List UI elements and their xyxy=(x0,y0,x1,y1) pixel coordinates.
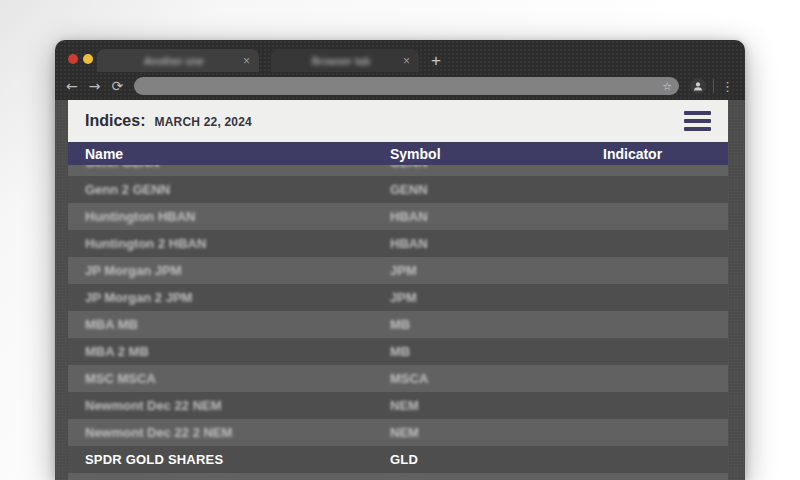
row-name: Newmont Dec 22 NEM xyxy=(85,398,390,413)
table-row[interactable]: MBA MB MB xyxy=(68,311,728,338)
minimize-window-button[interactable] xyxy=(83,54,93,64)
tab-label: Browser tab xyxy=(285,55,397,67)
column-header-indicator: Indicator xyxy=(603,146,728,162)
table-row[interactable]: MBA 2 MB MB xyxy=(68,338,728,365)
column-header-symbol: Symbol xyxy=(390,146,603,162)
row-symbol: GENN xyxy=(390,165,603,170)
table-row[interactable]: Newmont Dec 22 2 NEM NEM xyxy=(68,419,728,446)
hamburger-menu-icon[interactable] xyxy=(684,111,711,131)
table-row[interactable]: Newmont Dec 22 2 NEM NEM xyxy=(68,473,728,480)
indicator-cell xyxy=(603,182,728,197)
back-icon[interactable]: ← xyxy=(66,79,78,93)
forward-icon[interactable]: → xyxy=(89,79,101,93)
row-name: Huntington HBAN xyxy=(85,209,390,224)
tab-browser-tab[interactable]: Browser tab × xyxy=(271,49,419,72)
indicator-cell xyxy=(603,344,728,359)
table-row[interactable]: Huntington HBAN HBAN xyxy=(68,203,728,230)
browser-window: Another one × Browser tab × + ← → ⟳ ☆ ⋮ … xyxy=(55,40,745,480)
refresh-icon[interactable]: ⟳ xyxy=(111,79,123,93)
row-name: JP Morgan JPM xyxy=(85,263,390,278)
table-row[interactable]: SPDR GOLD SHARES GLD xyxy=(68,446,728,473)
row-symbol: JPM xyxy=(390,290,603,305)
indicator-cell xyxy=(603,165,728,170)
table-header-row: Name Symbol Indicator xyxy=(68,142,728,165)
url-bar[interactable]: ☆ xyxy=(134,77,679,95)
tab-another-one[interactable]: Another one × xyxy=(97,49,259,72)
table-row[interactable]: Newmont Dec 22 NEM NEM xyxy=(68,392,728,419)
tab-close-icon[interactable]: × xyxy=(243,55,250,67)
profile-avatar-icon[interactable] xyxy=(690,78,706,94)
row-symbol: NEM xyxy=(390,425,603,440)
table-body: Genn GENN GENN Genn 2 GENN GENN Huntingt… xyxy=(68,165,728,480)
table-row[interactable]: MSC MSCA MSCA xyxy=(68,365,728,392)
row-symbol: GLD xyxy=(390,452,603,467)
row-symbol: MB xyxy=(390,317,603,332)
row-name: Newmont Dec 22 2 NEM xyxy=(85,425,390,440)
browser-toolbar: ← → ⟳ ☆ ⋮ xyxy=(55,72,745,100)
page-title: Indices: xyxy=(85,112,145,130)
table-row[interactable]: JP Morgan JPM JPM xyxy=(68,257,728,284)
tab-close-icon[interactable]: × xyxy=(403,55,410,67)
row-symbol: NEM xyxy=(390,398,603,413)
table-row[interactable]: JP Morgan 2 JPM JPM xyxy=(68,284,728,311)
row-name: MBA MB xyxy=(85,317,390,332)
table-row[interactable]: Huntington 2 HBAN HBAN xyxy=(68,230,728,257)
browser-menu-icon[interactable]: ⋮ xyxy=(721,80,734,93)
row-name: MSC MSCA xyxy=(85,371,390,386)
row-name: MBA 2 MB xyxy=(85,344,390,359)
table-row[interactable]: Genn GENN GENN xyxy=(68,165,728,176)
person-icon xyxy=(693,81,703,91)
row-symbol: GENN xyxy=(390,182,603,197)
row-symbol: HBAN xyxy=(390,236,603,251)
row-name: Huntington 2 HBAN xyxy=(85,236,390,251)
bookmark-star-icon[interactable]: ☆ xyxy=(662,81,672,92)
row-symbol: JPM xyxy=(390,263,603,278)
row-name: JP Morgan 2 JPM xyxy=(85,290,390,305)
indicator-cell xyxy=(603,209,728,224)
page-date: MARCH 22, 2024 xyxy=(154,113,252,129)
column-header-name: Name xyxy=(85,146,390,162)
row-name: Genn GENN xyxy=(85,165,390,170)
indicator-cell xyxy=(603,452,728,467)
row-name: SPDR GOLD SHARES xyxy=(85,452,390,467)
close-window-button[interactable] xyxy=(68,54,78,64)
row-name: Genn 2 GENN xyxy=(85,182,390,197)
row-symbol: MB xyxy=(390,344,603,359)
web-page: Indices: MARCH 22, 2024 Name Symbol Indi… xyxy=(55,100,745,480)
row-symbol: HBAN xyxy=(390,209,603,224)
tab-strip: Another one × Browser tab × + xyxy=(55,40,745,72)
toolbar-divider xyxy=(713,79,714,93)
new-tab-button[interactable]: + xyxy=(431,52,441,69)
row-symbol: MSCA xyxy=(390,371,603,386)
tab-label: Another one xyxy=(111,55,237,67)
page-header: Indices: MARCH 22, 2024 xyxy=(68,100,728,142)
table-row[interactable]: Genn 2 GENN GENN xyxy=(68,176,728,203)
indicator-cell xyxy=(603,425,728,440)
